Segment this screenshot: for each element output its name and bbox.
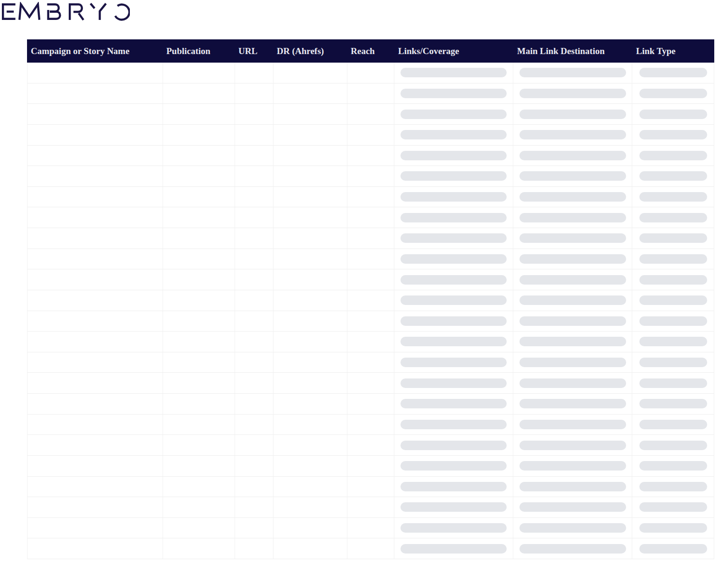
- table-cell: [27, 538, 163, 559]
- table-cell: [163, 435, 235, 455]
- table-cell: [235, 518, 273, 538]
- column-header-url: URL: [235, 39, 273, 63]
- placeholder-pill: [519, 171, 626, 181]
- table-cell: [163, 83, 235, 104]
- placeholder-pill: [639, 192, 707, 202]
- table-cell: [235, 332, 273, 352]
- table-cell: [632, 311, 714, 332]
- placeholder-pill: [639, 544, 707, 554]
- table-cell: [513, 311, 632, 332]
- placeholder-pill: [400, 420, 507, 429]
- table-cell: [513, 497, 632, 517]
- table-cell: [394, 125, 513, 145]
- placeholder-pill: [519, 233, 626, 243]
- table-cell: [513, 207, 632, 228]
- table-cell: [27, 518, 163, 538]
- table-cell: [513, 477, 632, 497]
- table-cell: [163, 394, 235, 414]
- table-cell: [163, 187, 235, 207]
- table-cell: [27, 352, 163, 373]
- page: Campaign or Story Name Publication URL D…: [0, 0, 728, 563]
- table-cell: [163, 352, 235, 373]
- placeholder-pill: [639, 171, 707, 181]
- table-cell: [235, 394, 273, 414]
- table-cell: [163, 311, 235, 332]
- table-cell: [273, 249, 347, 269]
- table-cell: [27, 104, 163, 124]
- table-cell: [27, 166, 163, 186]
- table-cell: [513, 435, 632, 455]
- table-cell: [235, 538, 273, 559]
- embryo-logo: [1, 2, 130, 21]
- table-cell: [347, 207, 395, 228]
- table-cell: [27, 249, 163, 269]
- placeholder-pill: [400, 68, 507, 77]
- placeholder-pill: [639, 378, 707, 388]
- placeholder-pill: [400, 441, 507, 450]
- table-cell: [347, 269, 395, 290]
- table-cell: [632, 269, 714, 290]
- table-cell: [27, 311, 163, 332]
- placeholder-pill: [519, 316, 626, 326]
- placeholder-pill: [639, 502, 707, 512]
- placeholder-pill: [639, 68, 707, 77]
- table-row: [27, 311, 714, 332]
- table-cell: [347, 518, 395, 538]
- table-cell: [394, 207, 513, 228]
- table-cell: [27, 394, 163, 414]
- table-cell: [632, 538, 714, 559]
- table-cell: [632, 187, 714, 207]
- table-cell: [163, 104, 235, 124]
- table-cell: [163, 125, 235, 145]
- table-cell: [394, 352, 513, 373]
- table-cell: [273, 538, 347, 559]
- table-cell: [513, 166, 632, 186]
- table-row: [27, 104, 714, 125]
- table-row: [27, 394, 714, 415]
- placeholder-pill: [519, 337, 626, 346]
- column-header-link-type: Link Type: [632, 39, 714, 63]
- table-row: [27, 518, 714, 539]
- table-cell: [27, 332, 163, 352]
- table-cell: [394, 290, 513, 311]
- table-cell: [394, 228, 513, 249]
- table-cell: [513, 415, 632, 435]
- table-cell: [235, 269, 273, 290]
- placeholder-pill: [400, 254, 507, 264]
- table-cell: [27, 83, 163, 104]
- table-cell: [513, 63, 632, 83]
- table-cell: [273, 332, 347, 352]
- placeholder-pill: [519, 130, 626, 139]
- column-header-reach: Reach: [347, 39, 394, 63]
- table-cell: [513, 83, 632, 104]
- table-cell: [347, 63, 395, 83]
- table-cell: [632, 394, 714, 414]
- table-cell: [273, 435, 347, 455]
- table-cell: [394, 269, 513, 290]
- table-cell: [632, 166, 714, 186]
- table-cell: [394, 332, 513, 352]
- table-row: [27, 290, 714, 311]
- table-cell: [163, 332, 235, 352]
- table-cell: [347, 166, 395, 186]
- table-cell: [235, 63, 273, 83]
- table-cell: [394, 63, 513, 83]
- table-cell: [235, 228, 273, 249]
- table-cell: [347, 435, 395, 455]
- table-row: [27, 497, 714, 518]
- placeholder-pill: [400, 130, 507, 139]
- placeholder-pill: [639, 275, 707, 285]
- table-cell: [273, 394, 347, 414]
- table-cell: [273, 187, 347, 207]
- table-cell: [163, 249, 235, 269]
- table-cell: [513, 125, 632, 145]
- placeholder-pill: [639, 213, 707, 222]
- placeholder-pill: [639, 461, 707, 471]
- placeholder-pill: [400, 89, 507, 98]
- table-cell: [347, 497, 395, 517]
- table-cell: [273, 352, 347, 373]
- table-cell: [632, 518, 714, 538]
- table-cell: [163, 477, 235, 497]
- placeholder-pill: [639, 337, 707, 346]
- table-cell: [235, 456, 273, 476]
